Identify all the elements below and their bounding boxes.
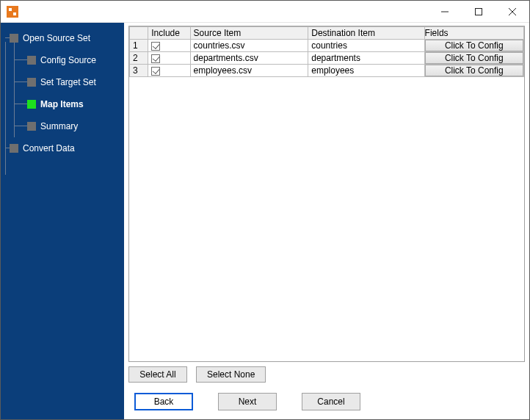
app-window: Open Source Set Config Source Set Target… <box>0 0 530 420</box>
fields-config-button[interactable]: Click To Config <box>425 65 523 76</box>
row-number: 2 <box>130 52 148 65</box>
source-item-cell[interactable]: countries.csv <box>190 40 308 52</box>
table-row: 2departments.csvdepartmentsClick To Conf… <box>130 52 524 65</box>
source-item-cell[interactable]: employees.csv <box>190 65 308 77</box>
include-cell[interactable] <box>148 40 190 52</box>
include-cell[interactable] <box>148 52 190 65</box>
wizard-sidebar: Open Source Set Config Source Set Target… <box>1 23 124 419</box>
wizard-nav: Back Next Cancel <box>128 387 525 413</box>
step-config-source[interactable]: Config Source <box>1 49 124 71</box>
mapping-grid: Include Source Item Destination Item Fie… <box>128 26 525 362</box>
col-destination-item[interactable]: Destination Item <box>308 27 424 40</box>
step-set-target-set[interactable]: Set Target Set <box>1 71 124 93</box>
include-cell[interactable] <box>148 65 190 77</box>
select-none-button[interactable]: Select None <box>196 366 266 383</box>
grid-corner <box>130 27 148 40</box>
include-checkbox[interactable] <box>151 54 160 63</box>
col-source-item[interactable]: Source Item <box>190 27 308 40</box>
selection-buttons: Select All Select None <box>128 362 525 387</box>
destination-item-cell[interactable]: departments <box>308 52 424 65</box>
svg-rect-1 <box>476 8 482 15</box>
fields-cell: Click To Config <box>424 65 523 77</box>
table-row: 1countries.csvcountriesClick To Config <box>130 40 524 52</box>
step-label: Summary <box>40 121 78 131</box>
step-marker-icon <box>10 34 18 43</box>
step-label: Open Source Set <box>23 33 90 43</box>
titlebar <box>1 1 529 23</box>
source-item-cell[interactable]: departments.csv <box>190 52 308 65</box>
cancel-button[interactable]: Cancel <box>302 393 360 410</box>
step-marker-icon <box>27 122 36 131</box>
grid-header-row: Include Source Item Destination Item Fie… <box>130 27 524 40</box>
destination-item-cell[interactable]: countries <box>308 40 424 52</box>
row-number: 1 <box>130 40 148 52</box>
step-marker-icon <box>27 100 36 109</box>
app-icon <box>7 6 18 18</box>
minimize-button[interactable] <box>428 1 462 23</box>
step-marker-icon <box>27 56 36 65</box>
main-panel: Include Source Item Destination Item Fie… <box>124 23 529 419</box>
fields-cell: Click To Config <box>424 40 523 52</box>
step-label: Set Target Set <box>40 77 96 87</box>
include-checkbox[interactable] <box>151 67 160 76</box>
select-all-button[interactable]: Select All <box>128 366 187 383</box>
destination-item-cell[interactable]: employees <box>308 65 424 77</box>
next-button[interactable]: Next <box>218 393 277 410</box>
fields-config-button[interactable]: Click To Config <box>425 52 523 64</box>
include-checkbox[interactable] <box>151 42 160 51</box>
back-button[interactable]: Back <box>134 393 193 410</box>
step-summary[interactable]: Summary <box>1 115 124 137</box>
row-number: 3 <box>130 65 148 77</box>
col-fields[interactable]: Fields <box>424 27 523 40</box>
col-include[interactable]: Include <box>148 27 190 40</box>
table-row: 3employees.csvemployeesClick To Config <box>130 65 524 77</box>
step-open-source-set[interactable]: Open Source Set <box>1 27 124 49</box>
step-marker-icon <box>27 78 36 87</box>
step-marker-icon <box>10 144 18 153</box>
step-convert-data[interactable]: Convert Data <box>1 137 124 159</box>
step-label: Map Items <box>40 99 84 109</box>
maximize-button[interactable] <box>462 1 495 23</box>
step-map-items[interactable]: Map Items <box>1 93 124 115</box>
fields-cell: Click To Config <box>424 52 523 65</box>
step-label: Config Source <box>40 55 96 65</box>
fields-config-button[interactable]: Click To Config <box>425 40 523 51</box>
step-label: Convert Data <box>23 143 75 153</box>
wizard-tree: Open Source Set Config Source Set Target… <box>1 27 124 159</box>
close-button[interactable] <box>495 1 529 23</box>
